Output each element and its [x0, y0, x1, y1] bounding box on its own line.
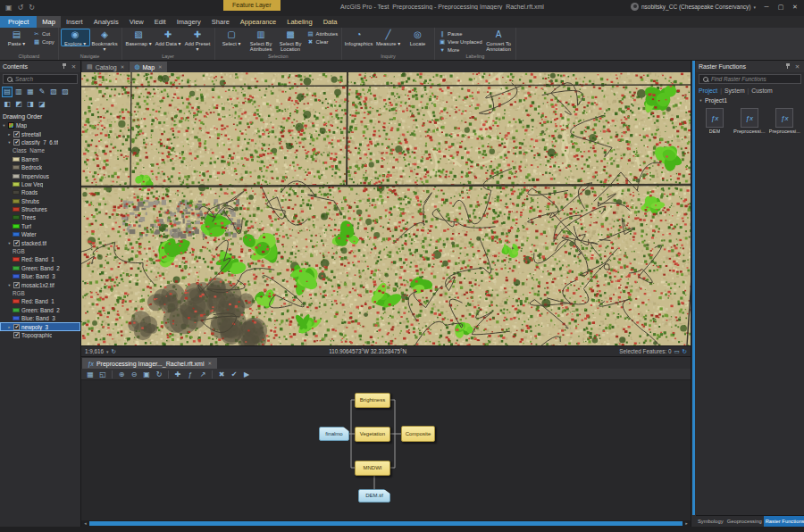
- close-icon[interactable]: ✕: [788, 0, 802, 14]
- tree-row-roads[interactable]: Roads: [0, 188, 80, 196]
- save-icon[interactable]: ▣: [5, 3, 13, 12]
- function-node-composite[interactable]: Composite: [401, 426, 435, 442]
- ribbon-tab-data[interactable]: Data: [318, 16, 343, 28]
- zoom-in-icon[interactable]: ⊕: [116, 370, 127, 379]
- tree-row-class-name[interactable]: Class_Name: [0, 146, 80, 154]
- convert-to-annotation-button[interactable]: AConvert To Annotation: [484, 29, 514, 52]
- ribbon-tab-labeling[interactable]: Labeling: [281, 16, 317, 28]
- tree-row-newpoly-3[interactable]: ▸newpoly_3: [0, 322, 80, 330]
- tree-row-streetall[interactable]: ▸streetall: [0, 129, 80, 137]
- validate-icon[interactable]: ✔: [229, 370, 239, 379]
- list-by-perspective-icon[interactable]: ◪: [37, 99, 47, 110]
- chevron-down-icon[interactable]: ▾: [106, 349, 109, 354]
- tree-row-trees[interactable]: Trees: [0, 213, 80, 221]
- add-preset-button[interactable]: ✚Add Preset ▾: [183, 29, 213, 52]
- close-icon[interactable]: ✕: [158, 64, 163, 70]
- ribbon-tab-edit[interactable]: Edit: [149, 16, 172, 28]
- bookmarks-button[interactable]: ◈Bookmarks ▾: [90, 29, 120, 52]
- pause-button[interactable]: ∥Pause: [439, 30, 482, 37]
- layer-checkbox[interactable]: [13, 139, 20, 145]
- measure-button[interactable]: ╱Measure ▾: [373, 29, 403, 46]
- horizontal-scrollbar[interactable]: ◂ ▸: [81, 520, 691, 527]
- raster-functions-search-input[interactable]: Find Raster Functions: [699, 74, 801, 84]
- refresh-icon[interactable]: ↻: [154, 370, 164, 379]
- layer-checkbox[interactable]: [13, 324, 20, 330]
- tree-row-green-band-2[interactable]: Green: Band_2: [0, 264, 80, 272]
- explore-button[interactable]: ◉Explore ▾: [61, 29, 90, 46]
- tree-row-bedrock[interactable]: Bedrock: [0, 163, 80, 171]
- tree-row-rgb[interactable]: RGB: [0, 247, 80, 255]
- function-editor-tab[interactable]: ƒx Preprocessing Imager..._Rachel.rft.xm…: [82, 358, 217, 369]
- function-node-dem-tif[interactable]: DEM.tif: [358, 489, 390, 503]
- layer-checkbox[interactable]: [13, 240, 20, 246]
- raster-function-preprocessi[interactable]: ƒxPreprocessi...: [733, 108, 765, 134]
- auto-hide-pin-icon[interactable]: [60, 63, 68, 71]
- expander-icon[interactable]: ▾: [7, 140, 12, 145]
- tree-row-stacked-tif[interactable]: ▾stacked.tif: [0, 238, 80, 246]
- view-unplaced-button[interactable]: ▣View Unplaced: [439, 38, 482, 46]
- close-icon[interactable]: ✕: [70, 63, 78, 71]
- tab-map[interactable]: ◍ Map ✕: [130, 62, 166, 72]
- list-by-elevation-icon[interactable]: ◩: [13, 99, 24, 110]
- add-raster-icon[interactable]: ✚: [172, 370, 183, 379]
- copy-button[interactable]: ▦Copy: [33, 38, 54, 46]
- select-by-location-button[interactable]: ▩Select By Location: [276, 29, 306, 52]
- tree-row-water[interactable]: Water: [0, 230, 80, 238]
- account-menu[interactable]: nsobitsky_CC (Chesapeake Conservancy) ▾: [631, 3, 756, 11]
- expander-icon[interactable]: ▾: [699, 98, 703, 103]
- ribbon-tab-map[interactable]: Map: [37, 16, 61, 28]
- tree-row-green-band-2[interactable]: Green: Band_2: [0, 306, 80, 314]
- attributes-button[interactable]: ▤Attributes: [307, 30, 339, 37]
- select-by-attributes-button[interactable]: ▥Select By Attributes: [247, 29, 276, 52]
- tree-row-low-veg[interactable]: Low Veg: [0, 180, 80, 188]
- sync-extent-icon[interactable]: ↻: [112, 348, 116, 355]
- layer-checkbox[interactable]: [13, 332, 20, 338]
- list-by-network-icon[interactable]: ◨: [25, 99, 36, 110]
- scroll-left-icon[interactable]: ◂: [81, 520, 89, 527]
- list-by-snapping-icon[interactable]: ▧: [48, 87, 59, 97]
- maximize-icon[interactable]: ▢: [774, 0, 788, 14]
- tree-row-map[interactable]: ▾Map: [0, 121, 80, 129]
- raster-function-preprocessi[interactable]: ƒxPreprocessi...: [769, 108, 800, 134]
- tree-row-structures[interactable]: Structures: [0, 205, 80, 213]
- raster-function-dem[interactable]: ƒxDEM: [699, 108, 730, 134]
- tree-row-shrubs[interactable]: Shrubs: [0, 197, 80, 205]
- auto-layout-icon[interactable]: ▦: [85, 370, 96, 379]
- function-node-brightness[interactable]: Brightness: [355, 393, 390, 408]
- tab-project[interactable]: Project: [699, 87, 717, 94]
- ribbon-tab-appearance[interactable]: Appearance: [235, 16, 281, 28]
- scroll-right-icon[interactable]: ▸: [683, 520, 691, 527]
- tree-row-rgb[interactable]: RGB: [0, 289, 80, 297]
- dock-tab-geoprocessing[interactable]: Geoprocessing: [725, 516, 764, 528]
- raster-functions-group[interactable]: ▾ Project1: [696, 96, 804, 105]
- tab-catalog[interactable]: ▤ Catalog ✕: [82, 62, 129, 72]
- function-node-vegetation[interactable]: Vegetation: [355, 427, 390, 442]
- auto-hide-pin-icon[interactable]: [783, 63, 791, 71]
- dock-tab-raster-functions[interactable]: Raster Functions: [764, 516, 804, 528]
- tree-row-turf[interactable]: Turf: [0, 222, 80, 230]
- delete-icon[interactable]: ✖: [216, 370, 227, 379]
- list-by-drawing-order-icon[interactable]: ▤: [2, 87, 13, 97]
- zoom-fit-icon[interactable]: ◱: [97, 370, 108, 379]
- tree-row-barren[interactable]: Barren: [0, 155, 80, 163]
- vertical-scrollbar[interactable]: [692, 61, 695, 515]
- tree-row-impervious[interactable]: Impervious: [0, 171, 80, 179]
- clear-button[interactable]: ✖Clear: [307, 38, 339, 46]
- minimize-icon[interactable]: ─: [759, 0, 774, 14]
- save-icon[interactable]: ▣: [141, 370, 152, 379]
- ribbon-tab-project[interactable]: Project: [0, 16, 37, 28]
- contextual-tab-header[interactable]: Feature Layer: [223, 0, 281, 11]
- list-by-editing-icon[interactable]: ✎: [37, 87, 47, 97]
- dock-tab-symbology[interactable]: Symbology: [696, 516, 725, 528]
- add-function-icon[interactable]: ƒ: [185, 370, 196, 379]
- expander-icon[interactable]: ▸: [7, 325, 12, 329]
- function-node-finalmo[interactable]: finalmo: [319, 427, 349, 441]
- add-data-button[interactable]: ✚Add Data ▾: [154, 29, 183, 46]
- paste-button[interactable]: ▤Paste ▾: [2, 29, 31, 46]
- connect-icon[interactable]: ↗: [197, 370, 208, 379]
- list-by-charts-icon[interactable]: ◧: [2, 99, 13, 110]
- tree-row-mosaic1x2-tif[interactable]: ▾mosaic1x2.tif: [0, 280, 80, 288]
- function-chain-canvas[interactable]: finalmoBrightnessVegetationMNDWIComposit…: [81, 380, 691, 520]
- undo-icon[interactable]: ↺: [18, 3, 24, 12]
- expander-icon[interactable]: ▾: [2, 123, 6, 128]
